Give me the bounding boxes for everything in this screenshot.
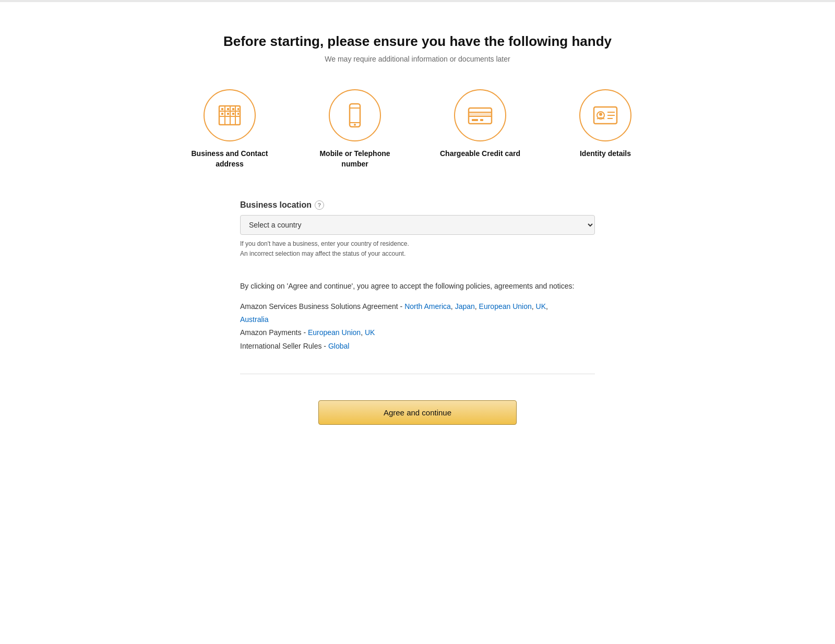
agreements-section: By clicking on 'Agree and continue', you…	[240, 280, 595, 353]
agreement-link-australia[interactable]: Australia	[240, 315, 268, 324]
form-section: Business location ? Select a country Uni…	[240, 200, 595, 259]
icon-item-business-address: Business and Contact address	[188, 89, 271, 169]
icon-circle-identity	[579, 89, 631, 141]
agreement-line-3: International Seller Rules - Global	[240, 340, 595, 353]
agreement-3-prefix: International Seller Rules -	[240, 342, 328, 350]
icon-circle-credit-card	[454, 89, 506, 141]
svg-rect-8	[232, 108, 234, 110]
svg-rect-6	[221, 108, 223, 110]
agreement-line-1: Amazon Services Business Solutions Agree…	[240, 300, 595, 326]
hint-line1: If you don't have a business, enter your…	[240, 240, 409, 247]
svg-rect-19	[469, 112, 492, 116]
country-select[interactable]: Select a country United States United Ki…	[240, 215, 595, 235]
hint-line2: An incorrect selection may affect the st…	[240, 250, 405, 257]
svg-rect-23	[480, 119, 483, 121]
icon-circle-building	[204, 89, 256, 141]
svg-rect-7	[227, 108, 229, 110]
icon-label-identity: Identity details	[580, 149, 631, 159]
hint-text: If you don't have a business, enter your…	[240, 239, 595, 259]
icon-label-credit-card: Chargeable Credit card	[440, 149, 520, 159]
svg-point-17	[354, 124, 356, 126]
agreement-link-uk-2[interactable]: UK	[365, 328, 375, 337]
section-divider	[240, 374, 595, 374]
agree-and-continue-button[interactable]: Agree and continue	[318, 400, 517, 425]
svg-rect-13	[237, 113, 239, 115]
business-location-label: Business location ?	[240, 200, 595, 210]
svg-rect-14	[350, 104, 360, 127]
agreement-line-2: Amazon Payments - European Union, UK	[240, 326, 595, 339]
agreement-link-uk-1[interactable]: UK	[536, 302, 546, 311]
page-sub-title: We may require additional information or…	[223, 55, 612, 63]
agreement-link-north-america[interactable]: North America	[404, 302, 451, 311]
building-icon	[216, 102, 243, 129]
agreement-link-european-union-1[interactable]: European Union	[479, 302, 532, 311]
page-wrapper: Before starting, please ensure you have …	[0, 2, 835, 467]
icon-label-mobile-number: Mobile or Telephone number	[313, 149, 397, 169]
icon-item-credit-card: Chargeable Credit card	[438, 89, 522, 169]
icons-row: Business and Contact address Mobile or T…	[188, 89, 647, 169]
header-section: Before starting, please ensure you have …	[223, 33, 612, 63]
agreement-link-european-union-2[interactable]: European Union	[308, 328, 361, 337]
icon-item-identity: Identity details	[564, 89, 647, 169]
agreement-link-japan[interactable]: Japan	[455, 302, 475, 311]
svg-rect-22	[472, 119, 478, 121]
business-location-text: Business location	[240, 200, 312, 210]
svg-point-26	[599, 113, 602, 116]
agreement-link-global[interactable]: Global	[328, 342, 349, 350]
credit-card-icon	[467, 102, 494, 129]
icon-item-mobile-number: Mobile or Telephone number	[313, 89, 397, 169]
svg-rect-10	[227, 113, 229, 115]
agreement-1-prefix: Amazon Services Business Solutions Agree…	[240, 302, 404, 311]
agreement-2-prefix: Amazon Payments -	[240, 328, 308, 337]
svg-rect-12	[237, 108, 239, 110]
phone-icon	[341, 102, 368, 129]
icon-circle-phone	[329, 89, 381, 141]
page-main-title: Before starting, please ensure you have …	[223, 33, 612, 50]
svg-rect-11	[232, 113, 234, 115]
identity-icon	[592, 102, 619, 129]
help-icon[interactable]: ?	[315, 200, 324, 210]
icon-label-business-address: Business and Contact address	[188, 149, 271, 169]
agreements-intro: By clicking on 'Agree and continue', you…	[240, 280, 595, 292]
svg-rect-9	[221, 113, 223, 115]
